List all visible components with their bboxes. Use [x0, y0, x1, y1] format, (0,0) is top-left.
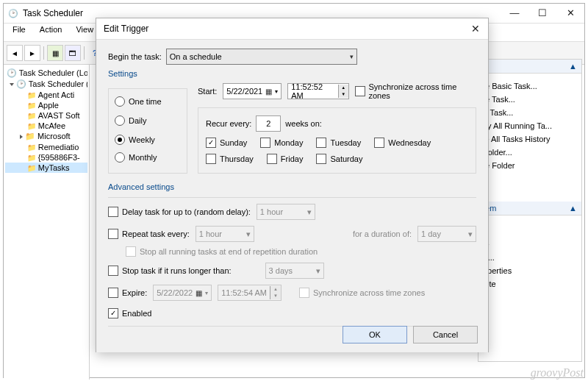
radio-daily[interactable]: Daily	[115, 115, 146, 126]
day-tuesday[interactable]: Tuesday	[316, 138, 361, 148]
toolbar-icon-1[interactable]: ▦	[47, 45, 63, 61]
recur-label-2: weeks on:	[285, 119, 322, 128]
tree-item-mytasks[interactable]: MyTasks	[5, 163, 87, 173]
forward-button[interactable]: ►	[24, 45, 40, 61]
dialog-close-button[interactable]: ✕	[463, 19, 488, 38]
action-del2[interactable]: lete	[478, 277, 581, 291]
dialog-title: Edit Trigger	[101, 24, 463, 34]
action-prop[interactable]: le	[478, 238, 581, 251]
day-friday[interactable]: Friday	[267, 154, 304, 164]
expire-sync-check: Synchronize across time zones	[299, 288, 425, 298]
watermark: groovyPost	[531, 366, 584, 380]
menu-file[interactable]: File	[7, 24, 32, 35]
radio-weekly[interactable]: Weekly	[115, 135, 155, 145]
start-date-picker[interactable]: 5/22/2021▦▾	[223, 83, 282, 99]
day-wednesday[interactable]: Wednesday	[374, 138, 431, 148]
stop-all-check: Stop all running tasks at end of repetit…	[126, 246, 318, 257]
tree-item-1[interactable]: Apple	[5, 100, 87, 110]
action-create-basic[interactable]: te Basic Task...	[478, 79, 581, 93]
action-display-all[interactable]: ay All Running Ta...	[478, 119, 581, 132]
recurrence-group: One time Daily Weekly Monthly	[108, 88, 187, 174]
tree-library[interactable]: 🕑 Task Scheduler (	[5, 79, 87, 90]
expire-check[interactable]: Expire:	[108, 288, 147, 298]
recur-label-1: Recur every:	[206, 119, 251, 128]
begin-task-combo[interactable]: On a schedule▾	[166, 49, 357, 65]
recur-value-input[interactable]: 2	[256, 115, 281, 132]
enabled-check[interactable]: Enabled	[108, 308, 151, 318]
calendar-icon: ▦	[265, 88, 272, 96]
expire-date-picker[interactable]: 5/22/2022▦▾	[153, 285, 212, 301]
delay-check[interactable]: Delay task for up to (random delay):	[108, 207, 251, 217]
repeat-check[interactable]: Repeat task every:	[108, 229, 190, 239]
close-button[interactable]: ✕	[556, 4, 584, 23]
action-new-folder[interactable]: Folder...	[478, 146, 581, 159]
day-sunday[interactable]: Sunday	[206, 138, 247, 148]
chevron-down-icon: ▾	[350, 53, 354, 60]
chevron-down-icon: ▾	[468, 229, 473, 239]
radio-onetime[interactable]: One time	[115, 96, 162, 107]
action-del[interactable]: operties	[478, 264, 581, 277]
action-export[interactable]: rt...	[478, 251, 581, 264]
toolbar-icon-2[interactable]: 🗔	[65, 45, 81, 61]
day-thursday[interactable]: Thursday	[206, 154, 254, 164]
tree-item-6[interactable]: {595886F3-	[5, 152, 87, 163]
action-import[interactable]: rt Task...	[478, 106, 581, 119]
chevron-down-icon: ▾	[275, 88, 278, 95]
duration-combo[interactable]: 1 day▾	[417, 226, 476, 242]
action-create-task[interactable]: te Task...	[478, 93, 581, 106]
day-monday[interactable]: Monday	[260, 138, 303, 148]
stop-if-check[interactable]: Stop task if it runs longer than:	[108, 266, 232, 276]
tree-item-4[interactable]: 📁 Microsoft	[5, 131, 87, 142]
menu-action[interactable]: Action	[34, 24, 68, 35]
sync-tz-check[interactable]: Synchronize across time zones	[355, 82, 476, 100]
begin-task-label: Begin the task:	[108, 52, 162, 61]
tree-item-0[interactable]: Agent Acti	[5, 90, 87, 100]
tree-panel: 🕑 Task Scheduler (Lo 🕑 Task Scheduler ( …	[4, 65, 90, 380]
tree-item-3[interactable]: McAfee	[5, 121, 87, 131]
tree-item-5[interactable]: Remediatio	[5, 142, 87, 152]
chevron-down-icon: ▾	[246, 229, 251, 239]
maximize-button[interactable]: ☐	[528, 4, 556, 23]
window-title: Task Scheduler	[23, 8, 501, 18]
start-time-spin[interactable]: 11:52:52 AM▲▼	[287, 83, 349, 99]
duration-label: for a duration of:	[353, 229, 412, 238]
actions-header-2: tem▲	[478, 202, 581, 216]
action-delete-folder[interactable]: te Folder	[478, 159, 581, 172]
repeat-combo[interactable]: 1 hour▾	[196, 226, 254, 242]
stop-if-combo[interactable]: 3 days▾	[265, 263, 324, 279]
back-button[interactable]: ◄	[7, 45, 23, 61]
tree-item-2[interactable]: AVAST Soft	[5, 110, 87, 121]
start-label: Start:	[198, 87, 217, 96]
settings-label: Settings	[108, 69, 476, 78]
edit-trigger-dialog: Edit Trigger ✕ Begin the task: On a sche…	[96, 18, 489, 352]
ok-button[interactable]: OK	[343, 326, 407, 343]
weekly-settings: Recur every: 2 weeks on: Sunday Monday T…	[198, 107, 476, 174]
chevron-down-icon: ▾	[316, 266, 320, 276]
day-saturday[interactable]: Saturday	[316, 154, 362, 164]
cancel-button[interactable]: Cancel	[413, 326, 478, 343]
dialog-titlebar: Edit Trigger ✕	[96, 18, 488, 40]
clock-icon: 🕑	[8, 9, 18, 18]
delay-combo[interactable]: 1 hour▾	[257, 204, 315, 220]
advanced-label: Advanced settings	[108, 182, 476, 191]
actions-header-1: ▲	[478, 60, 581, 74]
radio-monthly[interactable]: Monthly	[115, 152, 157, 163]
action-enable-hist[interactable]: le All Tasks History	[478, 132, 581, 146]
actions-pane: ▲ te Basic Task... te Task... rt Task...…	[478, 59, 582, 362]
tree-root[interactable]: 🕑 Task Scheduler (Lo	[5, 68, 87, 79]
expire-time-spin[interactable]: 11:52:54 AM▲▼	[218, 285, 282, 301]
chevron-down-icon: ▾	[307, 207, 312, 217]
minimize-button[interactable]: —	[501, 4, 528, 23]
